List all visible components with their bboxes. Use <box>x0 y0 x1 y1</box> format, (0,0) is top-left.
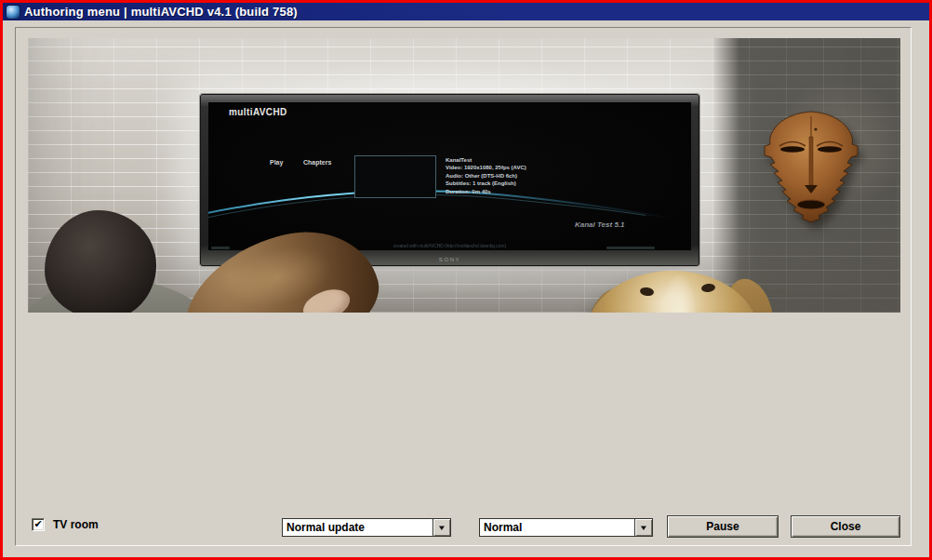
update-mode-value: Normal update <box>286 520 365 536</box>
screen-menu-chapters: Chapters <box>303 159 331 166</box>
priority-value: Normal <box>484 520 522 536</box>
authoring-window: Authoring menu | multiAVCHD v4.1 (build … <box>0 0 932 560</box>
info-line: Subtitles: 1 track (English) <box>446 180 526 187</box>
checkbox-box[interactable]: ✔ <box>32 518 45 531</box>
tv-room-label: TV room <box>53 518 99 531</box>
info-line: KanalTest <box>446 156 526 164</box>
screen-menu-play: Play <box>270 159 283 166</box>
screen-menu-title: multiAVCHD <box>229 107 287 117</box>
chevron-down-icon: ▼ <box>437 524 446 532</box>
close-button[interactable]: Close <box>791 515 900 538</box>
screen-caption: Kanal Test 5.1 <box>575 220 625 229</box>
screen-footer-right-smudge <box>606 247 655 249</box>
titlebar[interactable]: Authoring menu | multiAVCHD v4.1 (build … <box>3 3 929 20</box>
tv-screen: multiAVCHD Play Chapters KanalTest Video… <box>208 102 691 250</box>
tv-room-photo: multiAVCHD Play Chapters KanalTest Video… <box>28 38 900 313</box>
update-mode-dropdown-button[interactable]: ▼ <box>433 519 450 536</box>
tv-room-checkbox[interactable]: ✔ TV room <box>32 518 99 531</box>
window-title: Authoring menu | multiAVCHD v4.1 (build … <box>24 5 298 19</box>
priority-combobox[interactable]: Normal ▼ <box>479 518 653 537</box>
priority-dropdown-button[interactable]: ▼ <box>634 519 652 536</box>
chevron-down-icon: ▼ <box>639 524 648 532</box>
info-line: Audio: Other (DTS-HD 6ch) <box>446 172 526 180</box>
app-icon <box>7 6 20 19</box>
preview-panel: multiAVCHD Play Chapters KanalTest Video… <box>15 27 912 546</box>
info-line: Video: 1920x1080, 25fps (AVC) <box>446 164 526 171</box>
client-area: multiAVCHD Play Chapters KanalTest Video… <box>3 20 929 557</box>
update-mode-combobox[interactable]: Normal update ▼ <box>282 518 451 537</box>
checkmark-icon: ✔ <box>33 519 42 529</box>
video-thumbnail-box <box>354 155 436 198</box>
title-info-block: KanalTest Video: 1920x1080, 25fps (AVC) … <box>446 156 526 195</box>
screen-footer-left-smudge <box>211 247 230 249</box>
pause-button[interactable]: Pause <box>667 515 779 538</box>
info-line: Duration: 0m 40s <box>446 188 526 195</box>
african-mask <box>763 109 859 224</box>
